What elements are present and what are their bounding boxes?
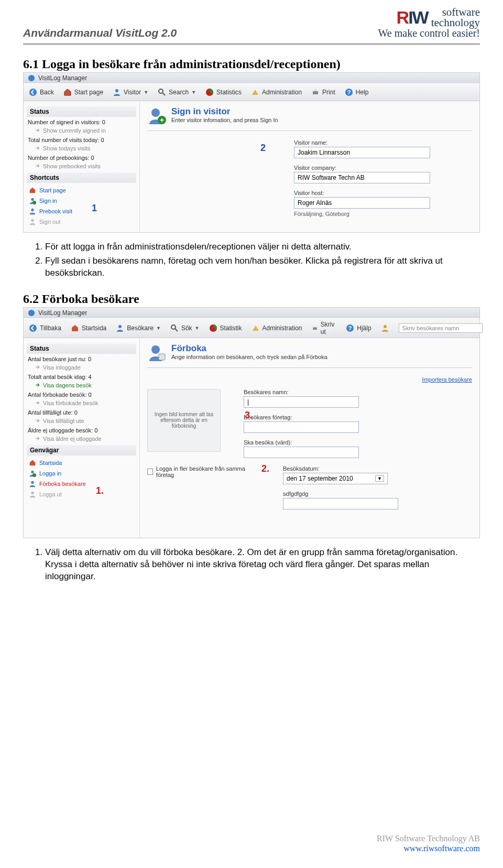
input-name[interactable]: | <box>244 396 359 408</box>
image-placeholder: Ingen bild kommer att tas eftersom detta… <box>147 389 221 452</box>
toolbar-startpage[interactable]: Start page <box>63 88 103 96</box>
input-visitor-company[interactable]: RIW Software Techn AB <box>294 172 430 183</box>
main-desc: Enter visitor infomation, and press Sign… <box>171 117 278 123</box>
checkbox-icon[interactable] <box>147 469 153 475</box>
status-line: Number of prebookings: 0 <box>28 155 135 161</box>
app-window-2: VisitLog Manager Tillbaka Startsida Besö… <box>23 307 480 538</box>
toolbar-help[interactable]: ?Help <box>345 88 369 96</box>
svg-text:+: + <box>160 116 164 124</box>
input-company[interactable] <box>244 421 359 433</box>
status-sub-link[interactable]: Visa dagens besök <box>35 382 135 388</box>
status-sub-link[interactable]: Show todays visits <box>35 145 135 151</box>
shortcut-signin[interactable]: Sign in <box>28 196 135 206</box>
chevron-down-icon[interactable]: ▼ <box>375 475 384 482</box>
svg-rect-23 <box>313 327 317 330</box>
window-titlebar: VisitLog Manager <box>24 73 479 83</box>
shortcuts-panel-title: Shortcuts <box>27 172 136 183</box>
annotation-1: 1. <box>96 485 104 496</box>
svg-point-3 <box>159 89 163 93</box>
app-window-1: VisitLog Manager Back Start page Visitor… <box>23 72 480 233</box>
svg-point-20 <box>171 325 176 329</box>
shortcut-startpage[interactable]: Start page <box>28 185 135 196</box>
svg-point-28 <box>32 473 36 477</box>
svg-point-13 <box>31 219 34 222</box>
input-host[interactable] <box>244 447 359 458</box>
toolbar-help[interactable]: ?Hjälp <box>346 324 371 332</box>
svg-text:?: ? <box>348 325 352 331</box>
status-sub-link[interactable]: Visa inloggade <box>35 364 135 371</box>
input-date[interactable]: den 17 september 2010 ▼ <box>283 473 388 484</box>
toolbar-startpage[interactable]: Startsida <box>71 324 106 332</box>
annotation-1: 1 <box>92 203 97 214</box>
app-icon <box>28 74 35 82</box>
shortcut-login[interactable]: Logga in <box>28 468 135 479</box>
status-panel-title: Status <box>27 106 136 117</box>
sidebar: Status Number of signed in visitors: 0 S… <box>24 101 140 232</box>
toolbar-back[interactable]: Tillbaka <box>29 324 61 332</box>
svg-point-27 <box>31 470 34 473</box>
toolbar-visitor[interactable]: Visitor▼ <box>113 88 148 96</box>
main-panel: Förboka Ange information om besökaren, o… <box>140 338 479 538</box>
toolbar-back[interactable]: Back <box>29 88 54 96</box>
toolbar-search[interactable]: Search▼ <box>158 88 196 96</box>
import-link[interactable]: Importera besökare <box>422 376 472 383</box>
shortcut-signout[interactable]: Sign out <box>28 216 135 227</box>
shortcut-logout[interactable]: Logga ut <box>28 489 135 500</box>
svg-line-21 <box>175 329 178 331</box>
instruction-list-6-2: Välj detta alternativ om du vill förboka… <box>34 547 480 583</box>
svg-point-11 <box>32 201 36 204</box>
toolbar-statistics[interactable]: Statistics <box>205 88 242 96</box>
toolbar: Back Start page Visitor▼ Search▼ Statist… <box>24 83 479 101</box>
svg-point-2 <box>115 89 118 92</box>
svg-rect-7 <box>314 89 317 91</box>
svg-point-12 <box>31 209 34 211</box>
window-titlebar: VisitLog Manager <box>24 308 479 318</box>
toolbar-print[interactable]: Print <box>311 88 335 96</box>
status-line: Totalt antal besök idag: 4 <box>28 374 135 380</box>
status-line: Antal förbokade besök: 0 <box>28 392 135 398</box>
status-sub-link[interactable]: Show prebooked visits <box>35 163 135 169</box>
shortcut-startpage[interactable]: Startsida <box>28 458 135 468</box>
toolbar-user[interactable] <box>381 324 389 332</box>
toolbar-admin[interactable]: Administration <box>252 324 302 332</box>
section-heading-6-2: 6.2 Förboka besökare <box>23 292 480 306</box>
section-heading-6-1: 6.1 Logga in besökare från administratio… <box>23 57 480 71</box>
main-title: Sign in visitor <box>171 106 278 117</box>
search-input[interactable]: Skriv besökares namn <box>399 323 483 333</box>
checkbox-same-company[interactable]: Logga in fler besökare från samma företa… <box>147 465 252 478</box>
annotation-3: 3. <box>245 410 253 421</box>
toolbar-statistics[interactable]: Statistik <box>209 324 242 332</box>
shortcut-prebook[interactable]: Förboka besökare <box>28 479 135 489</box>
toolbar-print[interactable]: Skriv ut <box>312 321 337 335</box>
status-sub-link[interactable]: Visa förbokade besök <box>35 400 135 406</box>
logo: RIW software technology We make control … <box>378 7 480 39</box>
label-visitor-host: Visitor host: <box>294 190 430 196</box>
svg-point-1 <box>29 89 37 96</box>
input-extra[interactable] <box>283 498 398 509</box>
label-company: Besökares företag: <box>244 414 359 420</box>
status-line: Total number of visits today: 0 <box>28 137 135 143</box>
status-sub-link[interactable]: Visa äldre ej utloggade <box>35 436 135 442</box>
input-visitor-name[interactable]: Joakim Linnarsson <box>294 147 430 158</box>
toolbar-visitor[interactable]: Besökare▼ <box>116 324 161 332</box>
toolbar-admin[interactable]: Administration <box>251 88 302 96</box>
footer-link[interactable]: www.riwsoftware.com <box>377 843 480 853</box>
status-sub-link[interactable]: Visa tillfälligt ute <box>35 418 135 424</box>
status-sub-link[interactable]: Show currently signed in <box>35 127 135 134</box>
input-visitor-host[interactable]: Roger Alnäs <box>294 197 430 209</box>
toolbar-search[interactable]: Sök▼ <box>170 324 200 332</box>
svg-point-14 <box>151 108 160 117</box>
main-panel: + Sign in visitor Enter visitor infomati… <box>140 101 479 232</box>
annotation-2: 2 <box>260 143 266 154</box>
shortcut-prebook[interactable]: Prebook visit <box>28 206 135 216</box>
label-name: Besökares namn: <box>244 389 359 395</box>
svg-point-0 <box>28 75 35 81</box>
svg-point-31 <box>151 345 160 354</box>
instruction-list-6-1: För att logga in från administrationsdel… <box>34 241 480 279</box>
shortcuts-panel-title: Genvägar <box>27 445 136 455</box>
label-visitor-name: Visitor name: <box>294 139 430 146</box>
label-date: Besöksdatum: <box>283 465 398 472</box>
sidebar: Status Antal besökare just nu: 0 Visa in… <box>24 338 140 538</box>
label-extra: sdfgdfgdg <box>283 491 398 497</box>
annotation-2: 2. <box>261 463 269 474</box>
